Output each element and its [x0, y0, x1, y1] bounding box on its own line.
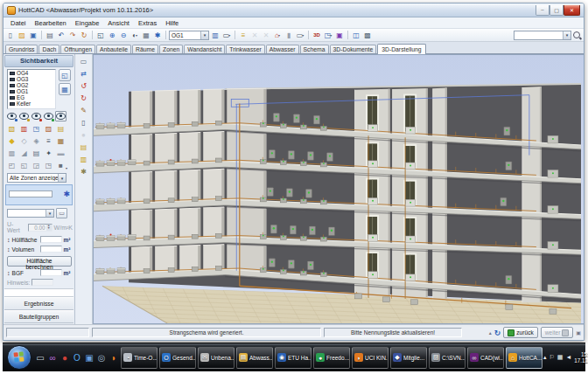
- tab-trinkwasser[interactable]: Trinkwasser: [226, 45, 264, 53]
- volume-icon[interactable]: ◄: [565, 354, 571, 361]
- documents-icon[interactable]: ▤: [31, 148, 42, 158]
- report2-icon[interactable]: ▥: [78, 154, 89, 164]
- copy-icon[interactable]: ▩: [6, 148, 18, 158]
- visual-studio-quick-icon[interactable]: ∞: [46, 347, 59, 368]
- walkthrough-3d-icon[interactable]: ◳▾: [323, 30, 333, 40]
- task-hottca[interactable]: ⌂HottCA...: [506, 347, 542, 369]
- menu-eingabe[interactable]: Eingabe: [71, 19, 104, 27]
- tile-icon[interactable]: ◇: [18, 135, 30, 146]
- tab-dach[interactable]: Dach: [38, 45, 60, 53]
- toolbar-search-combo[interactable]: ▾: [514, 31, 571, 40]
- effects-icon[interactable]: ✱: [152, 30, 163, 40]
- show-all-eye-icon[interactable]: [6, 111, 18, 121]
- section-icon[interactable]: ▭▾: [295, 30, 305, 40]
- presentation-icon[interactable]: ▤: [55, 123, 66, 134]
- close-button[interactable]: ✕: [564, 5, 580, 16]
- tab-wandansicht[interactable]: Wandansicht: [184, 45, 225, 53]
- delete-wall-icon[interactable]: ✕: [249, 30, 260, 40]
- zone-assign-icon[interactable]: ✱: [63, 190, 70, 198]
- zoom-in-icon[interactable]: ⊕: [107, 30, 117, 40]
- zone-filter-combo[interactable]: Alle Zonen anzeigen ▾: [7, 173, 66, 183]
- tab-3d-darstellung[interactable]: 3D-Darstellung: [377, 44, 425, 54]
- show-selection-eye-icon[interactable]: [43, 111, 54, 121]
- u-wert-spin-arrows-icon[interactable]: ▲▼: [46, 225, 52, 231]
- network-icon[interactable]: ▦: [557, 354, 564, 361]
- status-dock-icon[interactable]: ▣: [576, 329, 581, 336]
- hinweis-input[interactable]: [32, 279, 53, 286]
- cube-shade-icon[interactable]: ◳: [43, 160, 54, 170]
- redo-icon[interactable]: ↷: [67, 30, 78, 40]
- 3d-building-scene[interactable]: [94, 55, 584, 323]
- rotate-left-icon[interactable]: ↺: [78, 80, 89, 91]
- dropdown-arrow-icon[interactable]: ▾: [302, 33, 304, 38]
- devices-quick-icon[interactable]: ▣: [83, 347, 95, 368]
- floor-list[interactable]: OG4OG3OG2OG1EGKeller: [7, 69, 56, 109]
- roof-icon[interactable]: ⌂▾: [272, 30, 283, 40]
- zone-type-arrow-icon[interactable]: ▾: [46, 210, 53, 217]
- bgf-input[interactable]: [40, 269, 62, 276]
- task-abwass[interactable]: ▤Abwass...: [236, 347, 273, 369]
- task-c-svn[interactable]: ▨C:\SVN...: [429, 347, 466, 369]
- sync-views-icon[interactable]: ⇄: [78, 68, 89, 79]
- layers-icon[interactable]: ≡: [238, 30, 248, 40]
- viewport-icon[interactable]: ▭: [78, 56, 89, 66]
- select-all-floors-button[interactable]: ◱: [59, 69, 71, 81]
- box-mode-icon[interactable]: ▯: [78, 117, 89, 128]
- floor-item-og1[interactable]: OG1: [8, 88, 55, 94]
- columns-icon[interactable]: ▥: [210, 30, 220, 40]
- list-icon[interactable]: ≡: [43, 135, 54, 146]
- antenna-icon[interactable]: ✦: [43, 148, 54, 158]
- toolbar-search-input[interactable]: [514, 32, 563, 38]
- sphere-icon[interactable]: ●: [78, 129, 89, 140]
- dropdown-arrow-icon[interactable]: ▾: [136, 33, 137, 38]
- menu-bearbeiten[interactable]: Bearbeiten: [31, 19, 71, 27]
- ergebnisse-button[interactable]: Ergebnisse: [4, 297, 74, 310]
- screen-red-icon[interactable]: ▥: [18, 123, 30, 134]
- undo-icon[interactable]: ↶: [56, 30, 66, 40]
- new-icon[interactable]: ▯: [5, 30, 16, 40]
- document-3d-icon[interactable]: ▣: [334, 30, 345, 40]
- taskbar-clock[interactable]: 15:39 17.11.2016: [574, 351, 588, 364]
- floor-item-eg[interactable]: EG: [8, 94, 55, 100]
- rotate-object-icon[interactable]: ◳: [31, 123, 42, 134]
- task-etu-ha[interactable]: ◉ETU Ha...: [275, 347, 312, 369]
- dropdown-arrow-icon[interactable]: ▾: [330, 33, 332, 38]
- huellflaeche-berechnen-button[interactable]: Hüllfläche berechnen: [7, 256, 72, 267]
- cube-dark-icon[interactable]: ■▾: [55, 160, 66, 170]
- tab-grundriss[interactable]: Grundriss: [5, 45, 38, 53]
- floor-item-og2[interactable]: OG2: [8, 82, 55, 88]
- texture-icon[interactable]: ▦: [55, 135, 66, 146]
- menu-hilfe[interactable]: Hilfe: [161, 19, 183, 27]
- furniture-icon[interactable]: ▨: [43, 123, 54, 134]
- zone-type-combo[interactable]: ▾: [7, 209, 54, 218]
- cube-solid-icon[interactable]: ◰: [6, 160, 18, 170]
- media-quick-icon[interactable]: ●: [59, 347, 71, 368]
- view-mode-icon[interactable]: ▭▾: [221, 30, 232, 40]
- rotate-right-icon[interactable]: ↻: [78, 93, 89, 103]
- measure-icon[interactable]: ✎: [78, 105, 89, 115]
- show-floor-eye-icon[interactable]: [18, 111, 30, 121]
- print-icon[interactable]: ▤: [45, 30, 55, 40]
- show-desktop-quick-icon[interactable]: ▭: [34, 347, 46, 368]
- tab-3d-dokumente[interactable]: 3D-Dokumente: [330, 45, 377, 53]
- save-icon[interactable]: ▣: [28, 30, 38, 40]
- hide-elements-eye-icon[interactable]: [31, 111, 42, 121]
- volumen-input[interactable]: [40, 246, 62, 253]
- action-center-flag-icon[interactable]: ⚐: [550, 354, 555, 361]
- task-unbena[interactable]: ✉Unbena...: [198, 347, 234, 369]
- open-icon[interactable]: ▨: [17, 30, 27, 40]
- task-gesend[interactable]: OGesend...: [159, 347, 196, 369]
- dropdown-arrow-icon[interactable]: ▾: [228, 33, 230, 38]
- dropdown-arrow-icon[interactable]: ▾: [278, 33, 280, 38]
- task-mitglie[interactable]: ◆Mitglie...: [390, 347, 427, 369]
- zurueck-button[interactable]: zurück: [503, 327, 537, 338]
- zone-name-input[interactable]: [9, 190, 52, 197]
- tab-zonen[interactable]: Zonen: [159, 45, 183, 53]
- huellflaeche-input[interactable]: [40, 236, 62, 243]
- eye-mode-icon[interactable]: [55, 111, 66, 121]
- menu-datei[interactable]: Datei: [6, 19, 31, 27]
- view-3d-icon[interactable]: 3D: [312, 30, 322, 40]
- floor-combo-arrow-icon[interactable]: ▾: [200, 31, 208, 39]
- status-collapse-icon[interactable]: ▴: [489, 329, 492, 336]
- search-icon[interactable]: [573, 31, 580, 38]
